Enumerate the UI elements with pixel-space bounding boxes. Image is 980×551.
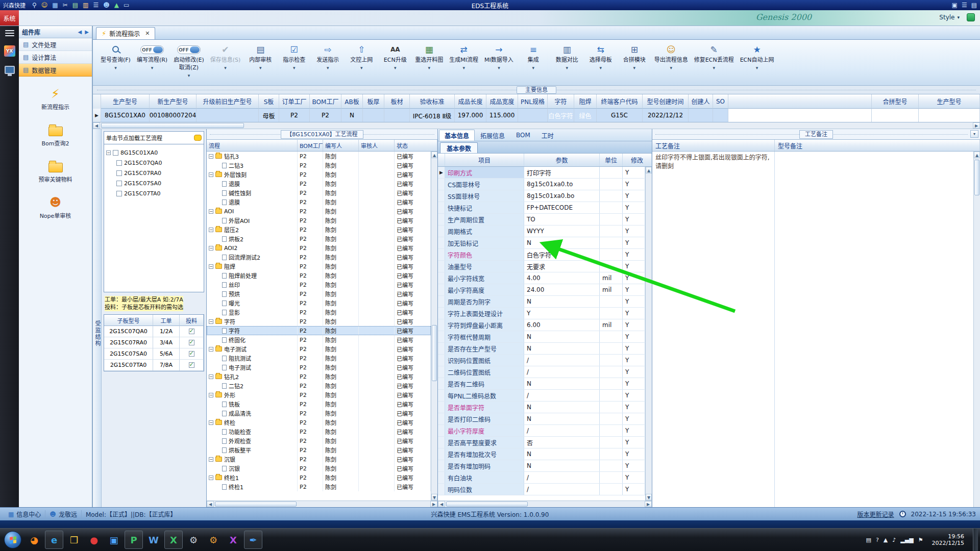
dropdown-arrow-icon[interactable]: ▾ xyxy=(151,65,154,70)
tree-node-child[interactable]: 2G15C07QA0 xyxy=(106,158,202,168)
remark-vertical-scrollbar[interactable]: ▲ xyxy=(973,152,980,507)
save-disk-icon[interactable]: ▣ xyxy=(105,531,123,549)
parameter-row[interactable]: 最小字符厚度/Y xyxy=(438,425,645,437)
dropdown-arrow-icon[interactable]: ▾ xyxy=(600,65,602,70)
table-icon[interactable]: ▥ xyxy=(83,1,88,10)
expander-icon[interactable]: − xyxy=(209,319,213,324)
scroll-up-icon[interactable]: ▲ xyxy=(974,152,980,158)
structure-side-tab[interactable]: 受监结构 xyxy=(93,129,102,507)
process-group-row[interactable]: −字符P2陈剑已编写 xyxy=(207,317,431,326)
close-icon[interactable]: ✕ xyxy=(145,30,150,37)
process-step-row[interactable]: 外层AOIP2陈剑已编写 xyxy=(207,216,431,225)
parameter-row[interactable]: 油墨型号无要求Y xyxy=(438,261,645,272)
model-remark-cell[interactable] xyxy=(775,152,973,507)
subtab-basic-params[interactable]: 基本参数 xyxy=(440,142,478,153)
process-step-row[interactable]: 烘板2P2陈剑已编写 xyxy=(207,234,431,243)
toolbar-button-send[interactable]: ⇨发送指示▾ xyxy=(311,43,344,70)
parameter-row[interactable]: 最小字符线宽4.00milY xyxy=(438,272,645,284)
expander-icon[interactable]: − xyxy=(209,420,213,425)
shortcut-item[interactable]: 预审关键物料 xyxy=(39,160,72,183)
dropdown-arrow-icon[interactable]: ▾ xyxy=(462,65,465,70)
scroll-left-icon[interactable]: ◀ xyxy=(93,122,100,129)
expander-icon[interactable]: − xyxy=(209,457,213,462)
process-step-row[interactable]: 沉银P2陈剑已编写 xyxy=(207,464,431,473)
dropdown-arrow-icon[interactable]: ▾ xyxy=(224,65,227,70)
process-step-row[interactable]: 回流焊测试2P2陈剑已编写 xyxy=(207,253,431,262)
expander-icon[interactable]: − xyxy=(209,374,213,379)
process-remark-cell[interactable]: 丝印字符不得上银面,若出现银面上的字符,请删刻 xyxy=(652,152,775,507)
expander-icon[interactable]: − xyxy=(209,475,213,480)
expander-icon[interactable]: − xyxy=(106,151,111,155)
process-step-row[interactable]: 曝光P2陈剑已编写 xyxy=(207,298,431,308)
toolbar-button-font[interactable]: AAECN升级▾ xyxy=(379,43,411,70)
panel-icon[interactable]: ▤ xyxy=(971,1,977,10)
toolbar-button-module[interactable]: ⊞合拼模块▾ xyxy=(618,43,651,70)
process-step-row[interactable]: 退膜P2陈剑已编写 xyxy=(207,197,431,207)
yx-logo[interactable]: YX xyxy=(4,45,15,57)
detail-tab[interactable]: 基本信息 xyxy=(439,130,475,141)
taskbar-clock[interactable]: 19:56 2022/12/15 xyxy=(928,533,968,546)
parameter-row[interactable]: 加无铅标记NY xyxy=(438,237,645,249)
parameter-row[interactable]: 字符颜色白色字符Y xyxy=(438,249,645,261)
parameter-row[interactable]: 识别码位置图纸/Y xyxy=(438,355,645,366)
process-step-row[interactable]: 预烘P2陈剑已编写 xyxy=(207,289,431,298)
subboard-row[interactable]: 2G15C07TA07/8A xyxy=(104,360,204,371)
style-selector[interactable]: Style ▾ xyxy=(939,14,960,21)
status-info-center[interactable]: ▦ 信息中心 xyxy=(4,510,45,518)
expander-icon[interactable]: − xyxy=(209,264,213,269)
window-icon[interactable]: ▣ xyxy=(952,1,958,10)
parameter-row[interactable]: 生产周期位置TOY xyxy=(438,214,645,226)
process-step-row[interactable]: 二钻2P2陈剑已编写 xyxy=(207,381,431,390)
scroll-thumb[interactable] xyxy=(974,160,979,195)
feed-checkbox[interactable] xyxy=(189,340,194,345)
info-icon[interactable]: ☺ xyxy=(41,1,48,10)
parameter-row[interactable]: 字符到焊盘最小距离6.00milY xyxy=(438,319,645,331)
parameter-row[interactable]: CS面菲林号8g15c01xa0.toY xyxy=(438,179,645,190)
hamburger-menu-icon[interactable] xyxy=(5,30,14,36)
process-step-row[interactable]: 成品清洗P2陈剑已编写 xyxy=(207,409,431,418)
checkbox[interactable] xyxy=(116,160,122,166)
process-horizontal-scrollbar[interactable]: ◀ ▶ xyxy=(207,500,437,507)
checkbox[interactable] xyxy=(116,170,122,176)
dropdown-arrow-icon[interactable]: ▾ xyxy=(670,65,673,70)
feed-checkbox[interactable] xyxy=(189,329,194,334)
dropdown-arrow-icon[interactable]: ▾ xyxy=(713,65,715,70)
toolbar-button-write-flow-toggle[interactable]: OFF编写流程(R)▾ xyxy=(134,43,170,70)
dropdown-arrow-icon[interactable]: ▾ xyxy=(633,65,636,70)
detail-horizontal-scrollbar[interactable]: ◀ ▶ xyxy=(438,500,652,507)
help-tray-icon[interactable]: ? xyxy=(876,537,879,543)
checkbox[interactable] xyxy=(113,150,118,156)
process-step-row[interactable]: 二钻3P2陈剑已编写 xyxy=(207,161,431,170)
process-group-row[interactable]: −终检P2陈剑已编写 xyxy=(207,418,431,427)
toolbar-button-flow[interactable]: ⇄生成MI流程▾ xyxy=(447,43,481,70)
process-step-row[interactable]: 功能检查P2陈剑已编写 xyxy=(207,427,431,436)
dropdown-arrow-icon[interactable]: ▾ xyxy=(756,65,758,70)
language-flag-icon[interactable]: ⚑ xyxy=(918,537,923,543)
process-group-row[interactable]: −外层蚀刻P2陈剑已编写 xyxy=(207,170,431,179)
process-group-row[interactable]: −电子测试P2陈剑已编写 xyxy=(207,344,431,354)
process-step-row[interactable]: 终固化P2陈剑已编写 xyxy=(207,335,431,344)
scroll-up-icon[interactable]: ▲ xyxy=(646,167,652,173)
expander-icon[interactable]: − xyxy=(209,347,213,352)
excel-icon[interactable]: X xyxy=(164,531,183,549)
process-step-row[interactable]: 字符P2陈剑已编写 xyxy=(207,326,431,335)
process-step-row[interactable]: 阻抗测试P2陈剑已编写 xyxy=(207,354,431,363)
grid-selected-row[interactable]: ▶8G15C01XA010010800072042母板P2P2NIPC-6018… xyxy=(93,109,980,122)
scroll-thumb[interactable] xyxy=(215,502,297,507)
parameter-row[interactable]: 有白油块/Y xyxy=(438,472,645,484)
monitor-icon[interactable]: ▭ xyxy=(124,1,129,10)
start-modify-toggle[interactable]: OFF xyxy=(177,45,201,54)
toolbar-button-shuffle[interactable]: ⇆选择母板▾ xyxy=(584,43,617,70)
chart-icon[interactable]: ▲ xyxy=(114,1,119,10)
parameter-row[interactable]: 是否有增加明码NY xyxy=(438,460,645,472)
browser-red-icon[interactable]: ● xyxy=(85,531,103,549)
expander-icon[interactable]: − xyxy=(209,393,213,397)
parameter-row[interactable]: 每PNL二维码总数/Y xyxy=(438,390,645,402)
toolbar-button-upload[interactable]: ⇧文控上网▾ xyxy=(345,43,378,70)
app-p-icon[interactable]: P xyxy=(125,531,143,549)
process-group-row[interactable]: −外形P2陈剑已编写 xyxy=(207,390,431,399)
hidden-icons-arrow[interactable]: ▲ xyxy=(884,537,888,543)
user-icon[interactable]: ☻ xyxy=(103,1,110,10)
toolbar-button-repair[interactable]: ✎修复ECN丢流程▾ xyxy=(692,43,737,70)
scroll-down-icon[interactable]: ▼ xyxy=(646,494,652,500)
